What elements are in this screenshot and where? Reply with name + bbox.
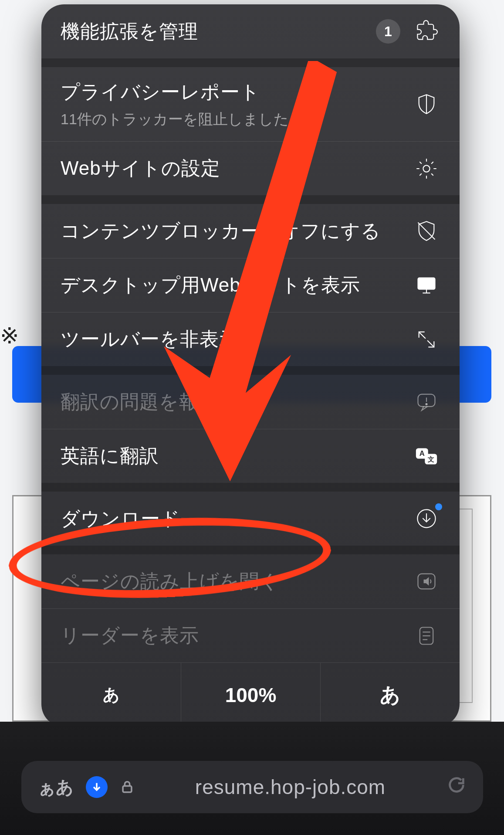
safari-bottom-bar: ぁあ resume.hop-job.com: [0, 722, 504, 835]
translate-icon: A文: [413, 442, 440, 470]
svg-line-1: [418, 223, 435, 240]
download-circle-icon: [413, 505, 440, 533]
url-field[interactable]: ぁあ resume.hop-job.com: [21, 761, 483, 813]
privacy-report-sub: 11件のトラッカーを阻止しました: [61, 109, 289, 129]
url-host: resume.hop-job.com: [147, 775, 434, 799]
content-blockers-off-row[interactable]: コンテンツブロッカーをオフにする: [41, 204, 460, 258]
privacy-report-row[interactable]: プライバシーレポート 11件のトラッカーを阻止しました: [41, 67, 460, 141]
downloads-row[interactable]: ダウンロード: [41, 492, 460, 546]
report-translation-label: 翻訳の問題を報告: [61, 389, 218, 415]
manage-extensions-row[interactable]: 機能拡張を管理 1: [41, 4, 460, 58]
translate-to-english-label: 英語に翻訳: [61, 443, 159, 469]
gear-icon: [413, 155, 440, 183]
page-settings-menu: 機能拡張を管理 1 プライバシーレポート 11件のトラッカーを阻止しました We…: [41, 4, 460, 727]
privacy-report-label: プライバシーレポート: [61, 79, 289, 105]
downloads-new-dot: [435, 503, 442, 510]
download-indicator-icon[interactable]: [86, 776, 108, 798]
background-note-text: ※: [0, 322, 20, 349]
puzzle-piece-icon: [413, 17, 440, 45]
website-settings-row[interactable]: Webサイトの設定: [41, 141, 460, 195]
downloads-label: ダウンロード: [61, 506, 180, 532]
hide-toolbar-label: ツールバーを非表示: [61, 326, 239, 352]
listen-to-page-label: ページの読み上げを聞く: [61, 569, 279, 594]
website-settings-label: Webサイトの設定: [61, 156, 220, 181]
text-size-footer: あ 100% あ: [41, 662, 460, 727]
reader-doc-icon: [413, 622, 440, 650]
hide-toolbar-row[interactable]: ツールバーを非表示: [41, 312, 460, 366]
request-desktop-site-label: デスクトップ用Webサイトを表示: [61, 272, 360, 298]
shield-slash-icon: [413, 217, 440, 245]
manage-extensions-label: 機能拡張を管理: [61, 19, 198, 44]
svg-rect-19: [123, 786, 132, 792]
show-reader-label: リーダーを表示: [61, 623, 199, 648]
desktop-icon: [413, 272, 440, 299]
request-desktop-site-row[interactable]: デスクトップ用Webサイトを表示: [41, 258, 460, 312]
svg-point-0: [423, 165, 430, 172]
listen-to-page-row: ページの読み上げを聞く: [41, 554, 460, 608]
content-blockers-off-label: コンテンツブロッカーをオフにする: [61, 218, 381, 244]
extensions-count-badge: 1: [376, 19, 400, 44]
svg-point-8: [426, 404, 427, 405]
reload-icon[interactable]: [446, 775, 467, 800]
translate-to-english-row[interactable]: 英語に翻訳 A文: [41, 429, 460, 483]
shield-half-icon: [413, 90, 440, 118]
chat-exclaim-icon: [413, 388, 440, 416]
expand-arrows-icon: [413, 326, 440, 353]
text-size-increase[interactable]: あ: [320, 663, 460, 727]
text-size-value[interactable]: 100%: [181, 663, 320, 727]
speaker-box-icon: [413, 567, 440, 595]
lock-icon: [120, 775, 135, 799]
svg-rect-2: [418, 278, 435, 289]
show-reader-row: リーダーを表示: [41, 608, 460, 662]
svg-text:文: 文: [427, 456, 434, 463]
svg-text:A: A: [419, 449, 425, 458]
report-translation-row: 翻訳の問題を報告: [41, 375, 460, 429]
text-size-decrease[interactable]: あ: [41, 663, 181, 727]
aa-button[interactable]: ぁあ: [38, 775, 74, 799]
